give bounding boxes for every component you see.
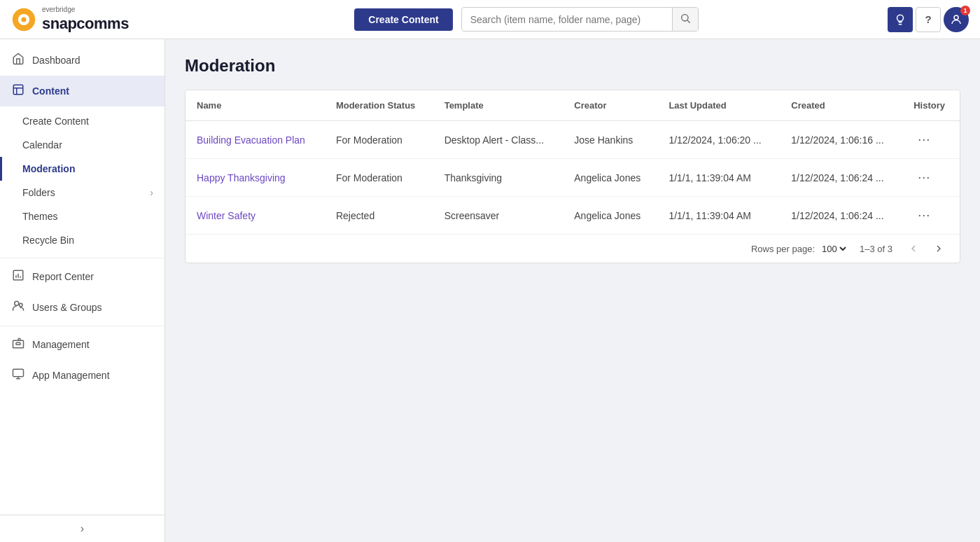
- recycle-bin-label: Recycle Bin: [22, 235, 74, 246]
- management-icon: [11, 337, 25, 352]
- row3-last-updated: 1/1/1, 11:39:04 AM: [657, 197, 780, 235]
- themes-label: Themes: [22, 211, 58, 222]
- row3-created: 1/12/2024, 1:06:24 ...: [780, 197, 902, 235]
- col-creator: Creator: [563, 90, 657, 121]
- sidebar-nav: Dashboard Content Create Content Calenda…: [0, 39, 164, 515]
- rows-per-page-label: Rows per page:: [751, 244, 815, 254]
- divider-1: [0, 258, 164, 258]
- col-created: Created: [780, 90, 902, 121]
- table-body: Building Evacuation Plan For Moderation …: [186, 121, 960, 235]
- col-last-updated: Last Updated: [657, 90, 780, 121]
- table-footer: Rows per page: 100 50 25 1–3 of 3: [186, 234, 960, 263]
- moderation-label: Moderation: [22, 163, 75, 174]
- collapse-icon: ›: [80, 522, 84, 535]
- svg-rect-7: [13, 85, 23, 95]
- row1-status: For Moderation: [325, 121, 433, 159]
- sidebar-item-users-groups[interactable]: Users & Groups: [0, 292, 164, 323]
- header-center: Create Content: [165, 7, 888, 32]
- search-input[interactable]: [462, 9, 672, 30]
- home-icon: [11, 53, 25, 68]
- col-template: Template: [433, 90, 564, 121]
- pagination-controls: [904, 242, 948, 256]
- row3-creator: Angelica Jones: [563, 197, 657, 235]
- users-icon: [11, 300, 25, 315]
- report-icon: [11, 269, 25, 284]
- main-layout: Dashboard Content Create Content Calenda…: [0, 39, 980, 542]
- app-name: snapcomms: [42, 15, 129, 32]
- create-content-label: Create Content: [22, 116, 89, 127]
- sidebar-collapse-button[interactable]: ›: [0, 515, 164, 542]
- sidebar-item-create-content[interactable]: Create Content: [0, 109, 164, 133]
- sidebar-item-report-center[interactable]: Report Center: [0, 261, 164, 292]
- sidebar-item-recycle-bin[interactable]: Recycle Bin: [0, 228, 164, 252]
- content-icon: [11, 83, 25, 99]
- help-button[interactable]: ?: [916, 7, 941, 32]
- table-header: Name Moderation Status Template Creator …: [186, 90, 960, 121]
- logo-area: everbridge snapcomms: [11, 6, 165, 33]
- divider-2: [0, 326, 164, 326]
- rows-per-page-container: Rows per page: 100 50 25: [751, 243, 848, 255]
- management-label: Management: [32, 339, 90, 350]
- bulb-button[interactable]: [888, 7, 913, 32]
- row1-history: ···: [902, 121, 960, 159]
- row2-created: 1/12/2024, 1:06:24 ...: [780, 159, 902, 197]
- bulb-icon: [894, 13, 906, 26]
- content-label: Content: [32, 85, 69, 97]
- sidebar-item-management[interactable]: Management: [0, 329, 164, 360]
- page-title: Moderation: [185, 56, 960, 76]
- calendar-label: Calendar: [22, 139, 62, 151]
- content-area: Moderation Name Moderation Status Templa…: [165, 39, 980, 542]
- sidebar-item-content[interactable]: Content: [0, 76, 164, 106]
- sidebar-item-app-management[interactable]: App Management: [0, 360, 164, 391]
- chevron-right-icon: [933, 243, 944, 254]
- row1-more-button[interactable]: ···: [913, 131, 934, 148]
- user-icon: [950, 13, 962, 26]
- moderation-table-card: Name Moderation Status Template Creator …: [185, 90, 960, 263]
- logo-icon: [11, 7, 36, 32]
- row3-name: Winter Safety: [186, 197, 325, 235]
- row1-name: Building Evacuation Plan: [186, 121, 325, 159]
- svg-line-4: [687, 20, 690, 23]
- svg-rect-18: [13, 369, 24, 377]
- row2-creator: Angelica Jones: [563, 159, 657, 197]
- row2-more-button[interactable]: ···: [913, 169, 934, 186]
- col-name: Name: [186, 90, 325, 121]
- row3-history: ···: [902, 197, 960, 235]
- row2-status: For Moderation: [325, 159, 433, 197]
- header-actions: ? 1: [888, 7, 969, 32]
- rows-per-page-select[interactable]: 100 50 25: [819, 243, 848, 255]
- prev-page-button[interactable]: [904, 242, 923, 256]
- search-button[interactable]: [672, 8, 698, 31]
- report-center-label: Report Center: [32, 271, 94, 282]
- folders-label: Folders: [22, 187, 55, 198]
- app-management-label: App Management: [32, 370, 110, 381]
- sidebar-item-themes[interactable]: Themes: [0, 204, 164, 228]
- col-moderation-status: Moderation Status: [325, 90, 433, 121]
- pagination-info: 1–3 of 3: [860, 244, 892, 254]
- svg-point-15: [20, 303, 23, 307]
- create-content-button[interactable]: Create Content: [354, 8, 452, 31]
- table-row: Winter Safety Rejected Screensaver Angel…: [186, 197, 960, 235]
- row1-last-updated: 1/12/2024, 1:06:20 ...: [657, 121, 780, 159]
- avatar-container: 1: [944, 7, 969, 32]
- row2-template: Thanksgiving: [433, 159, 564, 197]
- row3-more-button[interactable]: ···: [913, 207, 934, 224]
- svg-rect-17: [16, 342, 20, 345]
- table-row: Happy Thanksgiving For Moderation Thanks…: [186, 159, 960, 197]
- svg-point-2: [21, 17, 26, 22]
- row2-name: Happy Thanksgiving: [186, 159, 325, 197]
- users-groups-label: Users & Groups: [32, 302, 102, 313]
- search-icon: [680, 13, 691, 24]
- sidebar-item-moderation[interactable]: Moderation: [0, 157, 164, 181]
- svg-point-3: [681, 15, 687, 21]
- notification-badge: 1: [960, 6, 970, 15]
- sidebar-item-dashboard[interactable]: Dashboard: [0, 45, 164, 76]
- header: everbridge snapcomms Create Content ?: [0, 0, 980, 39]
- brand-label: everbridge: [42, 6, 129, 13]
- row1-creator: Jose Hankins: [563, 121, 657, 159]
- col-history: History: [902, 90, 960, 121]
- sidebar-item-calendar[interactable]: Calendar: [0, 133, 164, 157]
- next-page-button[interactable]: [929, 242, 948, 256]
- sidebar-item-folders[interactable]: Folders ›: [0, 181, 164, 204]
- svg-point-6: [954, 15, 958, 20]
